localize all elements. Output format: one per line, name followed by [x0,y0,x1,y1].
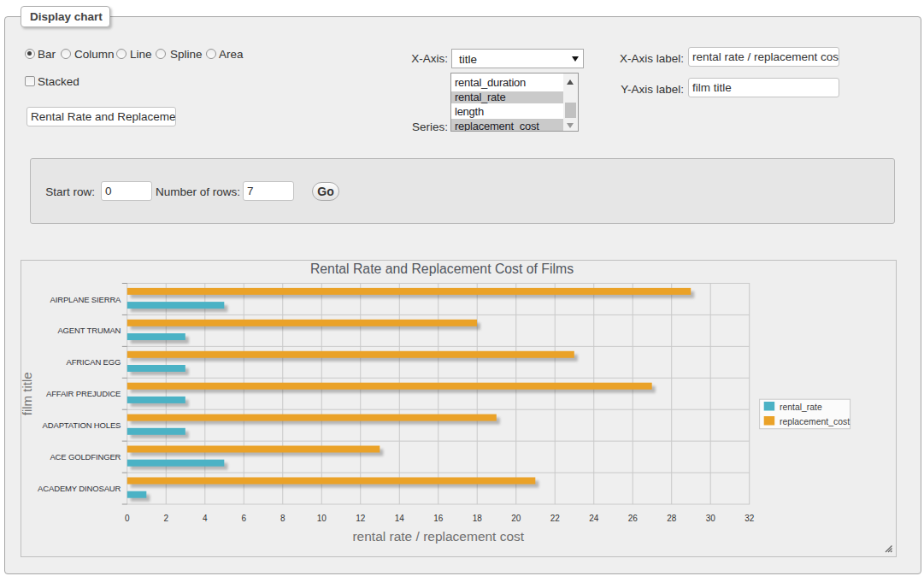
svg-text:rental_rate: rental_rate [780,403,822,412]
svg-text:28: 28 [667,514,677,523]
svg-text:rental rate / replacement cost: rental rate / replacement cost [352,529,524,544]
svg-text:AIRPLANE SIERRA: AIRPLANE SIERRA [50,295,122,304]
svg-text:film title: film title [21,372,34,415]
svg-text:0: 0 [125,514,130,523]
svg-text:32: 32 [744,514,755,523]
svg-text:10: 10 [317,514,327,523]
svg-text:AFFAIR PREJUDICE: AFFAIR PREJUDICE [46,389,121,398]
svg-text:ACE GOLDFINGER: ACE GOLDFINGER [50,452,121,461]
svg-text:ADAPTATION HOLES: ADAPTATION HOLES [43,420,121,430]
svg-text:18: 18 [473,514,483,523]
svg-text:AGENT TRUMAN: AGENT TRUMAN [57,326,121,335]
svg-text:12: 12 [356,514,366,523]
svg-text:14: 14 [395,514,405,523]
svg-text:Rental Rate and Replacement Co: Rental Rate and Replacement Cost of Film… [310,262,574,276]
svg-text:16: 16 [433,514,444,523]
svg-text:30: 30 [706,514,716,523]
svg-text:replacement_cost: replacement_cost [780,417,850,426]
svg-text:ACADEMY DINOSAUR: ACADEMY DINOSAUR [38,484,121,493]
svg-text:20: 20 [511,514,521,523]
svg-text:26: 26 [628,514,639,523]
svg-text:2: 2 [164,514,169,523]
svg-text:8: 8 [280,514,285,523]
svg-text:22: 22 [550,514,561,523]
svg-text:AFRICAN EGG: AFRICAN EGG [66,357,121,367]
svg-text:24: 24 [589,514,599,523]
svg-text:4: 4 [203,514,208,523]
svg-text:6: 6 [241,514,246,523]
